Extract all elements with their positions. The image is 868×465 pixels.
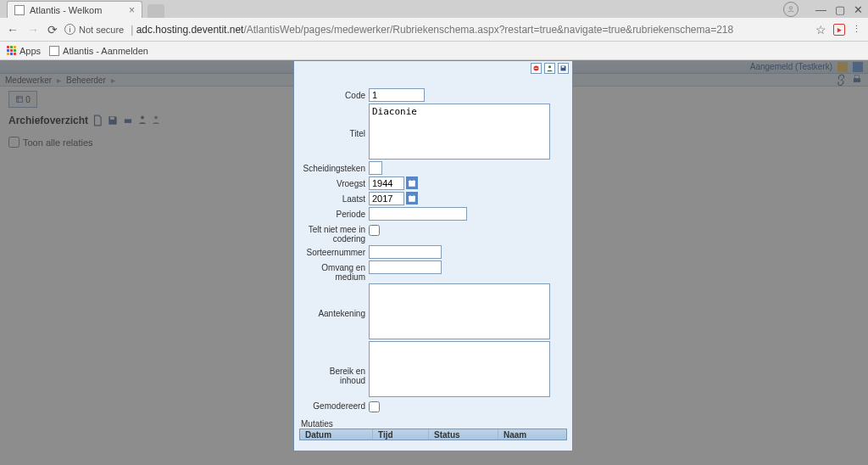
bookmark-favicon-icon	[49, 46, 59, 56]
svg-rect-10	[535, 68, 538, 69]
browser-menu-button[interactable]: ⋮	[852, 24, 861, 35]
address-bar-row: ← → ⟳ i Not secure | adc.hosting.deventi…	[0, 18, 868, 42]
laatst-calendar-button[interactable]	[406, 192, 418, 204]
col-tijd[interactable]: Tijd	[373, 429, 429, 440]
url-host: adc.hosting.deventit.net	[136, 24, 244, 36]
label-code: Code	[303, 88, 369, 100]
aantekening-input[interactable]	[369, 283, 550, 339]
window-close-button[interactable]: ✕	[854, 3, 863, 16]
periode-input[interactable]	[369, 207, 467, 221]
svg-point-11	[548, 65, 551, 68]
security-badge[interactable]: i Not secure	[64, 24, 124, 35]
browser-tab-bar: Atlantis - Welkom × — ▢ ✕	[0, 0, 868, 18]
svg-rect-20	[414, 194, 415, 196]
nav-forward-button[interactable]: →	[27, 23, 39, 36]
col-naam[interactable]: Naam	[498, 429, 566, 440]
apps-button[interactable]: Apps	[7, 46, 41, 56]
label-scheidingsteken: Scheidingsteken	[303, 161, 369, 173]
mutaties-label: Mutaties	[294, 417, 572, 429]
nav-reload-button[interactable]: ⟳	[47, 23, 58, 36]
label-bereik: Bereik en inhoud	[303, 341, 369, 385]
label-periode: Periode	[303, 207, 369, 219]
col-datum[interactable]: Datum	[300, 429, 373, 440]
dialog-person-button[interactable]	[544, 63, 555, 74]
apps-label: Apps	[19, 46, 41, 56]
page-favicon-icon	[14, 5, 25, 15]
svg-rect-16	[414, 179, 415, 181]
new-tab-button[interactable]	[147, 4, 164, 18]
label-sorteernummer: Sorteernummer	[303, 245, 369, 257]
label-titel: Titel	[303, 104, 369, 138]
svg-point-0	[789, 7, 792, 9]
laatst-input[interactable]	[369, 192, 404, 205]
url-bar[interactable]: | adc.hosting.deventit.net/AtlantisWeb/p…	[131, 24, 809, 36]
svg-rect-12	[562, 66, 565, 68]
label-telt-niet-mee: Telt niet mee in codering	[303, 222, 369, 244]
url-path: /AtlantisWeb/pages/medewerker/Rubriekens…	[243, 24, 733, 36]
code-input[interactable]	[369, 88, 425, 102]
gemodereerd-checkbox[interactable]	[369, 401, 380, 412]
col-status[interactable]: Status	[429, 429, 498, 440]
dialog-save-button[interactable]	[558, 63, 569, 74]
security-label: Not secure	[79, 25, 124, 35]
account-icon[interactable]	[783, 2, 798, 17]
dialog-cancel-button[interactable]	[531, 63, 542, 74]
label-gemodereerd: Gemodereerd	[303, 399, 369, 411]
label-laatst: Laatst	[303, 192, 369, 204]
extension-icon[interactable]: ▸	[833, 24, 845, 36]
svg-rect-15	[410, 179, 411, 181]
bookmark-label: Atlantis - Aanmelden	[63, 46, 148, 56]
tab-title: Atlantis - Welkom	[30, 5, 102, 15]
window-minimize-button[interactable]: —	[815, 3, 826, 16]
titel-input[interactable]	[369, 104, 550, 160]
svg-rect-18	[409, 196, 415, 198]
label-omvang: Omvang en medium	[303, 261, 369, 282]
vroegst-calendar-button[interactable]	[406, 176, 418, 189]
label-aantekening: Aantekening	[303, 283, 369, 318]
browser-tab[interactable]: Atlantis - Welkom ×	[7, 1, 142, 18]
sorteernummer-input[interactable]	[369, 245, 442, 259]
bereik-input[interactable]	[369, 341, 550, 397]
edit-dialog: Code Titel Scheidingsteken Vroegst	[293, 60, 573, 451]
label-vroegst: Vroegst	[303, 176, 369, 188]
info-icon: i	[64, 24, 75, 35]
telt-niet-mee-checkbox[interactable]	[369, 225, 380, 236]
bookmark-item[interactable]: Atlantis - Aanmelden	[49, 46, 148, 56]
scheidingsteken-input[interactable]	[369, 161, 382, 175]
bookmarks-bar: Apps Atlantis - Aanmelden	[0, 42, 868, 60]
vroegst-input[interactable]	[369, 176, 404, 190]
mutaties-table: Datum Tijd Status Naam	[299, 429, 567, 440]
bookmark-star-icon[interactable]: ☆	[815, 23, 826, 36]
close-tab-icon[interactable]: ×	[129, 4, 135, 16]
svg-rect-14	[409, 181, 415, 182]
omvang-input[interactable]	[369, 261, 442, 274]
svg-rect-19	[410, 194, 411, 196]
window-maximize-button[interactable]: ▢	[835, 3, 845, 16]
nav-back-button[interactable]: ←	[7, 23, 19, 36]
